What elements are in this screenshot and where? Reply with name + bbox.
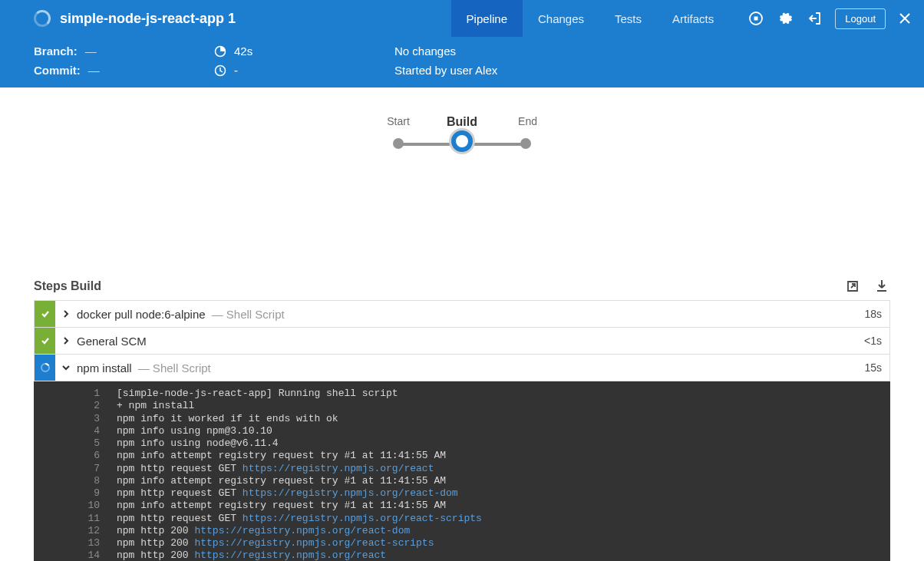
check-icon (35, 301, 55, 327)
duration-value: 42s (234, 45, 252, 58)
svg-rect-4 (877, 290, 886, 292)
exit-icon[interactable] (806, 10, 823, 27)
console-line: + npm install (117, 400, 194, 412)
console-line: npm info attempt registry request try #1… (117, 475, 446, 487)
line-number: 13 (34, 537, 117, 549)
console-output: 1[simple-node-js-react-app] Running shel… (34, 381, 890, 561)
line-number: 9 (34, 487, 117, 500)
pipeline-graph: Start Build End (0, 87, 924, 272)
branch-value: — (85, 45, 97, 58)
rerun-icon[interactable] (747, 10, 764, 27)
console-line: npm http 200 https://registry.npmjs.org/… (117, 549, 386, 561)
console-line: npm http request GET https://registry.np… (117, 463, 434, 475)
console-link[interactable]: https://registry.npmjs.org/react (243, 463, 434, 474)
console-line: npm info attempt registry request try #1… (117, 450, 446, 462)
graph-label-start: Start (387, 115, 410, 127)
step-subtitle: — Shell Script (212, 308, 285, 321)
svg-rect-1 (754, 17, 758, 21)
step-duration: <1s (864, 335, 889, 347)
steps-title: Steps Build (34, 279, 101, 293)
step-subtitle: — Shell Script (138, 361, 211, 375)
console-link[interactable]: https://registry.npmjs.org/react-scripts (194, 537, 434, 549)
line-number: 6 (34, 450, 117, 462)
tab-tests[interactable]: Tests (599, 0, 657, 37)
duration-icon (214, 45, 226, 58)
step-duration: 15s (864, 361, 889, 374)
settings-icon[interactable] (777, 10, 794, 27)
logout-button[interactable]: Logout (835, 8, 886, 29)
started-by-text: Started by user Alex (394, 64, 497, 77)
line-number: 5 (34, 437, 117, 450)
step-row[interactable]: General SCM<1s (34, 327, 890, 355)
download-icon[interactable] (873, 278, 890, 295)
commit-value: — (88, 64, 100, 77)
check-icon (35, 328, 55, 354)
graph-node-end[interactable] (520, 138, 531, 149)
chevron-right-icon[interactable] (55, 336, 77, 345)
line-number: 2 (34, 400, 117, 412)
console-line: npm info attempt registry request try #1… (117, 500, 446, 512)
open-external-icon[interactable] (844, 278, 861, 295)
line-number: 14 (34, 549, 117, 561)
console-line: npm info using npm@3.10.10 (117, 425, 272, 437)
graph-node-start[interactable] (393, 138, 404, 149)
line-number: 7 (34, 463, 117, 475)
console-link[interactable]: https://registry.npmjs.org/react-dom (194, 525, 410, 536)
console-line: npm info it worked if it ends with ok (117, 413, 338, 425)
line-number: 11 (34, 513, 117, 525)
changes-text: No changes (394, 45, 456, 58)
chevron-right-icon[interactable] (55, 309, 77, 318)
line-number: 3 (34, 413, 117, 425)
step-row[interactable]: npm install— Shell Script15s (34, 354, 890, 381)
console-line: npm http 200 https://registry.npmjs.org/… (117, 537, 434, 549)
line-number: 4 (34, 425, 117, 437)
timer-icon (214, 64, 226, 77)
tab-changes[interactable]: Changes (523, 0, 599, 37)
line-number: 12 (34, 525, 117, 537)
console-line: npm http 200 https://registry.npmjs.org/… (117, 525, 410, 537)
graph-node-build[interactable] (451, 130, 473, 152)
step-name: docker pull node:6-alpine (77, 308, 206, 321)
spinner-icon (35, 355, 55, 381)
tab-pipeline[interactable]: Pipeline (451, 0, 523, 37)
commit-label: Commit: (34, 64, 81, 77)
console-link[interactable]: https://registry.npmjs.org/react-dom (243, 487, 458, 499)
close-icon[interactable] (898, 12, 912, 25)
branch-label: Branch: (34, 45, 78, 58)
console-line: npm info using node@v6.11.4 (117, 437, 279, 450)
console-line: npm http request GET https://registry.np… (117, 487, 458, 500)
graph-label-end: End (518, 115, 537, 127)
graph-label-build: Build (447, 115, 477, 129)
console-line: [simple-node-js-react-app] Running shell… (117, 388, 398, 400)
console-link[interactable]: https://registry.npmjs.org/react-scripts (243, 513, 482, 524)
chevron-down-icon[interactable] (55, 363, 77, 372)
line-number: 1 (34, 388, 117, 400)
tab-artifacts[interactable]: Artifacts (657, 0, 729, 37)
line-number: 8 (34, 475, 117, 487)
timer-value: - (234, 64, 238, 77)
line-number: 10 (34, 500, 117, 512)
pipeline-title: simple-node-js-react-app 1 (60, 11, 236, 27)
console-link[interactable]: https://registry.npmjs.org/react (194, 549, 386, 561)
step-name: General SCM (77, 335, 147, 348)
step-name: npm install (77, 361, 132, 375)
status-spinner-icon (34, 10, 51, 27)
step-row[interactable]: docker pull node:6-alpine— Shell Script1… (34, 300, 890, 328)
step-duration: 18s (864, 308, 889, 320)
console-line: npm http request GET https://registry.np… (117, 513, 482, 525)
